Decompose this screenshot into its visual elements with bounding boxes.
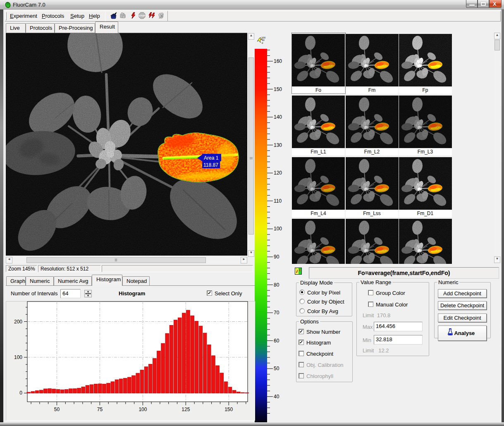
svg-text:0: 0 [19, 390, 22, 396]
svg-text:100: 100 [14, 354, 22, 360]
svg-text:118.87: 118.87 [203, 162, 218, 168]
svg-text:Area 1: Area 1 [204, 155, 219, 161]
svg-text:100: 100 [139, 407, 147, 412]
svg-text:200: 200 [14, 319, 22, 325]
svg-text:75: 75 [97, 407, 103, 412]
svg-text:50: 50 [54, 407, 60, 412]
svg-text:STOP: STOP [139, 14, 145, 17]
svg-text:150: 150 [225, 407, 233, 412]
svg-text:125: 125 [182, 407, 190, 412]
